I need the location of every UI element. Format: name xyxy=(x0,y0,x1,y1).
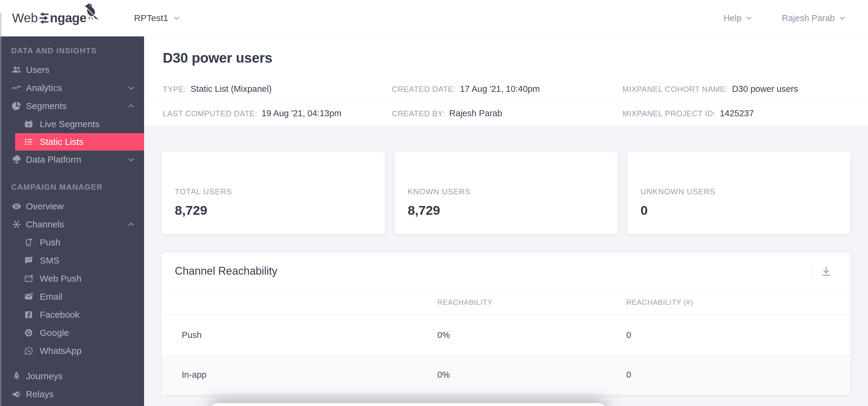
sidebar: DATA AND INSIGHTS Users Analytics xyxy=(0,36,144,406)
channels-icon xyxy=(10,218,23,231)
sidebar-item-overview[interactable]: Overview xyxy=(0,197,144,215)
sidebar-item-label: Users xyxy=(26,65,50,75)
cell-count: 0 xyxy=(626,370,850,380)
analytics-icon xyxy=(10,81,23,94)
page-scrollbar[interactable] xyxy=(0,13,1,406)
stat-value: 8,729 xyxy=(175,203,385,218)
chevron-down-icon xyxy=(127,155,135,164)
sidebar-item-journeys[interactable]: Journeys xyxy=(0,367,144,385)
sidebar-item-label: Email xyxy=(40,292,62,302)
sidebar-item-label: Channels xyxy=(26,219,64,230)
web-push-icon xyxy=(23,273,35,284)
sidebar-item-label: Analytics xyxy=(26,83,62,93)
sidebar-item-web-push[interactable]: Web Push xyxy=(0,270,144,287)
sidebar-item-facebook[interactable]: Facebook xyxy=(0,306,144,324)
static-lists-icon xyxy=(23,136,35,148)
meta-label: MIXPANEL PROJECT ID: xyxy=(622,109,715,119)
facebook-icon xyxy=(23,309,35,321)
stat-label: KNOWN USERS xyxy=(408,187,618,196)
bird-logo-icon xyxy=(81,2,100,22)
sidebar-item-label: Google xyxy=(40,328,69,338)
sidebar-item-google[interactable]: Google xyxy=(0,324,144,342)
channel-reachability-panel: Channel Reachability REACHABILITY REACHA… xyxy=(162,253,850,395)
divider xyxy=(811,262,811,280)
push-icon xyxy=(23,236,35,248)
meta-created-date: CREATED DATE: 17 Aug '21, 10:40pm xyxy=(392,84,622,94)
chevron-down-icon xyxy=(745,14,753,22)
stat-label: TOTAL USERS xyxy=(175,187,385,196)
live-segments-icon xyxy=(23,118,35,130)
page-header: D30 power users TYPE: Static List (Mixpa… xyxy=(144,36,868,126)
sms-icon xyxy=(23,255,35,267)
download-icon xyxy=(819,265,833,278)
sidebar-item-label: SMS xyxy=(40,256,59,266)
users-icon xyxy=(10,64,23,76)
sidebar-section-data-insights: DATA AND INSIGHTS xyxy=(11,46,144,56)
content-area: TOTAL USERS 8,729 KNOWN USERS 8,729 UNKN… xyxy=(144,126,868,395)
meta-value: D30 power users xyxy=(732,84,798,94)
sidebar-item-sms[interactable]: SMS xyxy=(0,251,144,270)
chevron-down-icon xyxy=(838,14,846,22)
meta-label: LAST COMPUTED DATE: xyxy=(163,109,257,119)
cell-channel: Push xyxy=(182,330,437,340)
table-row-push: Push 0% 0 xyxy=(162,315,850,355)
download-button[interactable] xyxy=(819,265,833,278)
meta-row-1: TYPE: Static List (Mixpanel) CREATED DAT… xyxy=(144,77,868,101)
sidebar-item-email[interactable]: Email xyxy=(0,287,144,306)
relays-icon xyxy=(10,388,23,401)
sidebar-item-analytics[interactable]: Analytics xyxy=(0,79,144,97)
page-title: D30 power users xyxy=(144,36,868,77)
data-platform-icon xyxy=(10,153,23,166)
segments-icon xyxy=(10,100,23,112)
column-reachability-count: REACHABILITY (#) xyxy=(626,298,850,307)
cell-reachability: 0% xyxy=(437,370,626,380)
bottom-element-shadow xyxy=(211,403,606,406)
sidebar-section-campaign-manager: CAMPAIGN MANAGER xyxy=(11,182,144,192)
logo-arrows-e-icon xyxy=(39,12,49,24)
topbar: Web ngage xyxy=(0,0,868,36)
sidebar-item-label: WhatsApp xyxy=(40,346,82,356)
sidebar-item-label: Overview xyxy=(26,201,64,211)
meta-value: 17 Aug '21, 10:40pm xyxy=(460,84,540,94)
meta-label: CREATED BY: xyxy=(392,109,445,119)
sidebar-item-segments[interactable]: Segments xyxy=(0,97,144,115)
sidebar-item-label: Relays xyxy=(26,389,54,399)
meta-row-2: LAST COMPUTED DATE: 19 Aug '21, 04:13pm … xyxy=(144,101,868,126)
main-content: D30 power users TYPE: Static List (Mixpa… xyxy=(144,36,868,406)
cell-channel: In-app xyxy=(182,370,437,380)
panel-title: Channel Reachability xyxy=(175,265,277,277)
sidebar-item-label: Push xyxy=(40,237,60,247)
email-icon xyxy=(23,291,35,303)
project-selector[interactable]: RPTest1 xyxy=(134,13,181,23)
whatsapp-icon xyxy=(23,345,35,357)
chevron-down-icon xyxy=(173,14,181,22)
sidebar-item-channels[interactable]: Channels xyxy=(0,215,144,233)
sidebar-item-static-lists[interactable]: Static Lists xyxy=(15,133,144,150)
meta-label: CREATED DATE: xyxy=(392,84,456,94)
sidebar-item-label: Static Lists xyxy=(40,137,84,147)
meta-project-id: MIXPANEL PROJECT ID: 1425237 xyxy=(622,108,754,119)
sidebar-item-push[interactable]: Push xyxy=(0,233,144,251)
column-reachability: REACHABILITY xyxy=(437,298,626,307)
sidebar-item-data-platform[interactable]: Data Platform xyxy=(0,150,144,169)
table-header-row: REACHABILITY REACHABILITY (#) xyxy=(162,290,850,315)
sidebar-item-live-segments[interactable]: Live Segments xyxy=(0,115,144,133)
cell-reachability: 0% xyxy=(437,330,626,340)
meta-value: Static List (Mixpanel) xyxy=(190,84,272,94)
user-name: Rajesh Parab xyxy=(782,13,835,23)
sidebar-item-label: Facebook xyxy=(40,310,80,320)
overview-icon xyxy=(10,200,23,213)
webengage-logo[interactable]: Web ngage xyxy=(12,0,87,36)
journeys-icon xyxy=(10,370,23,382)
sidebar-item-users[interactable]: Users xyxy=(0,61,144,79)
sidebar-item-label: Data Platform xyxy=(26,155,81,165)
stat-card-known-users: KNOWN USERS 8,729 xyxy=(395,152,618,234)
help-menu[interactable]: Help xyxy=(724,13,753,23)
chevron-up-icon xyxy=(127,220,135,229)
user-menu[interactable]: Rajesh Parab xyxy=(782,13,846,23)
sidebar-item-whatsapp[interactable]: WhatsApp xyxy=(0,342,144,360)
project-name: RPTest1 xyxy=(134,13,168,23)
sidebar-item-relays[interactable]: Relays xyxy=(0,385,144,403)
chevron-up-icon xyxy=(127,102,135,110)
help-label: Help xyxy=(724,13,742,23)
